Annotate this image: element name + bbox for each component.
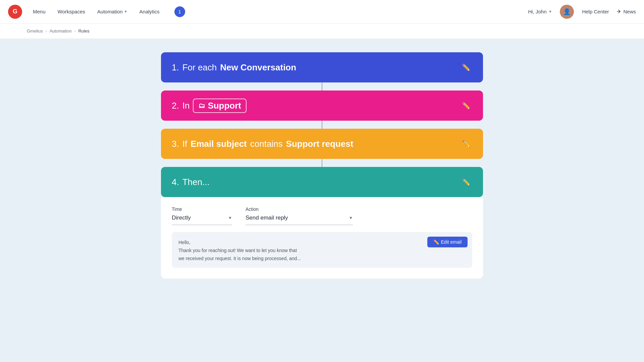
- time-field: Time Directly ▼: [172, 206, 232, 225]
- time-select[interactable]: Directly ▼: [172, 215, 232, 225]
- step-2-edit-button[interactable]: ✏️: [460, 99, 472, 112]
- step-1-label: 1. For each New Conversation: [172, 62, 296, 73]
- connector-2-3: [322, 121, 322, 129]
- step-1-card[interactable]: 1. For each New Conversation ✏️: [161, 52, 483, 82]
- time-label: Time: [172, 206, 232, 212]
- automation-chevron-icon: ▼: [124, 10, 127, 13]
- notification-button[interactable]: 1: [174, 6, 185, 17]
- action-panel: Time Directly ▼ Action Send email reply …: [161, 197, 483, 279]
- navbar-links: Menu Workspaces Automation ▼ Analytics 1: [33, 6, 528, 17]
- navbar: G Menu Workspaces Automation ▼ Analytics…: [0, 0, 644, 23]
- step-4-label: 4. Then...: [172, 177, 210, 187]
- user-greeting[interactable]: Hi, John ▼: [528, 9, 552, 14]
- help-center-link[interactable]: Help Center: [582, 9, 609, 14]
- edit-email-icon: ✏️: [433, 239, 439, 245]
- edit-email-button[interactable]: ✏️ Edit email: [427, 237, 468, 247]
- main-content: 1. For each New Conversation ✏️ 2. In 🗂 …: [0, 39, 644, 362]
- step-2-card[interactable]: 2. In 🗂 Support ✏️: [161, 90, 483, 121]
- news-icon: ✈: [617, 8, 621, 15]
- breadcrumb: Gmelius › Automation › Rules: [0, 23, 644, 39]
- action-select[interactable]: Send email reply ▼: [246, 215, 353, 225]
- action-select-value: Send email reply: [246, 215, 288, 221]
- time-select-value: Directly: [172, 215, 191, 221]
- news-link[interactable]: ✈ News: [617, 8, 636, 15]
- user-avatar[interactable]: 👤: [560, 5, 574, 19]
- email-preview-text: Hello, Thank you for reaching out! We wa…: [178, 237, 466, 262]
- menu-link[interactable]: Menu: [33, 9, 46, 14]
- breadcrumb-sep-2: ›: [74, 29, 75, 34]
- workspaces-link[interactable]: Workspaces: [58, 9, 85, 14]
- app-logo[interactable]: G: [8, 5, 22, 19]
- connector-3-4: [322, 159, 322, 167]
- step-3-edit-button[interactable]: ✏️: [460, 137, 472, 150]
- support-tag-icon: 🗂: [198, 102, 205, 110]
- action-field: Action Send email reply ▼: [246, 206, 353, 225]
- breadcrumb-sep-1: ›: [46, 29, 47, 34]
- breadcrumb-rules[interactable]: Rules: [78, 28, 89, 34]
- step-4-card[interactable]: 4. Then... ✏️: [161, 167, 483, 197]
- step-4-edit-button[interactable]: ✏️: [460, 176, 472, 188]
- action-label: Action: [246, 206, 353, 212]
- step-3-label: 3. If Email subject contains Support req…: [172, 139, 353, 149]
- analytics-link[interactable]: Analytics: [140, 9, 160, 14]
- automation-container: 1. For each New Conversation ✏️ 2. In 🗂 …: [161, 52, 483, 279]
- automation-link[interactable]: Automation ▼: [97, 9, 127, 14]
- action-row: Time Directly ▼ Action Send email reply …: [172, 206, 472, 225]
- step-2-label: 2. In 🗂 Support: [172, 99, 247, 113]
- step-1-edit-button[interactable]: ✏️: [460, 61, 472, 74]
- navbar-right: Hi, John ▼ 👤 Help Center ✈ News: [528, 5, 636, 19]
- connector-1-2: [322, 82, 322, 90]
- action-select-arrow-icon: ▼: [349, 216, 353, 220]
- email-preview: ✏️ Edit email Hello, Thank you for reach…: [172, 232, 472, 268]
- greeting-chevron-icon: ▼: [549, 10, 552, 13]
- time-select-arrow-icon: ▼: [228, 216, 232, 220]
- breadcrumb-automation[interactable]: Automation: [50, 28, 72, 34]
- step-3-card[interactable]: 3. If Email subject contains Support req…: [161, 129, 483, 159]
- step-2-tag: 🗂 Support: [193, 99, 247, 113]
- breadcrumb-gmelius[interactable]: Gmelius: [27, 28, 43, 34]
